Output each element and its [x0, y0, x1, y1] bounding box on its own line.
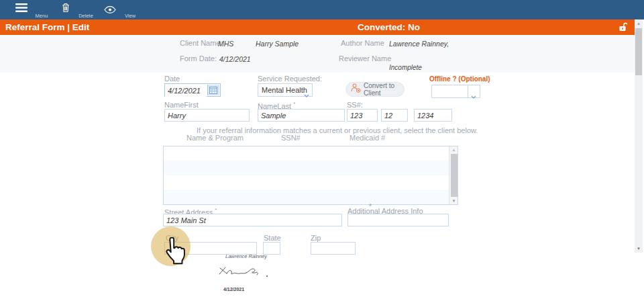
column-header-name-program: Name & Program [186, 134, 244, 142]
convert-to-client-label: Convert to Client [364, 82, 404, 97]
zip-input[interactable] [311, 242, 356, 255]
service-requested-value: Mental Health [262, 86, 307, 94]
referral-form-screen: Menu Delete View Referral Form [0, 0, 644, 297]
menu-button[interactable]: Menu [1, 0, 42, 19]
author-name-label: Author Name [341, 39, 384, 47]
street-address-input[interactable] [163, 214, 342, 226]
delete-button[interactable]: Delete [46, 0, 86, 19]
city-label: City [166, 234, 178, 242]
ssn-label: SS#: [347, 101, 363, 109]
additional-address-input[interactable] [347, 214, 449, 226]
chevron-down-icon [304, 89, 309, 101]
page-scrollbar[interactable]: ▲ ▼ [635, 19, 643, 253]
view-label: View [110, 13, 150, 19]
author-name-value: Lawrence Rainney, [389, 40, 449, 48]
form-header-band: Client Name: MHS Harry Sample Author Nam… [0, 35, 635, 73]
form-date-value: 4/12/2021 [219, 55, 251, 63]
listbox-scroll-down-icon[interactable]: ▼ [449, 199, 458, 203]
client-name-label: Client Name: [180, 39, 223, 47]
view-button[interactable]: View [90, 0, 130, 19]
person-add-icon [351, 83, 361, 95]
date-label: Date [164, 75, 180, 83]
signature-date: 4/12/2021 [223, 287, 244, 292]
ssn-part2-input[interactable] [381, 109, 408, 122]
name-last-input[interactable] [258, 109, 345, 122]
name-first-label: NameFirst [164, 101, 199, 109]
ssn-part1-input[interactable] [347, 109, 378, 122]
state-label: State [264, 234, 281, 242]
offline-optional-label: Offline ? (Optional) [429, 75, 490, 83]
listbox-scrollbar[interactable]: ▲ ▼ [449, 146, 458, 204]
signature-scribble [216, 264, 272, 283]
scroll-down-icon[interactable]: ▼ [635, 247, 643, 251]
page-scrollbar-thumb[interactable] [635, 28, 642, 75]
client-name-value: Harry Sample [256, 40, 299, 48]
signature-name: Lawrence Rainney [225, 253, 267, 259]
date-input[interactable] [165, 85, 207, 97]
calendar-icon[interactable] [207, 85, 219, 95]
form-title-bar: Referral Form | Edit Converted: No [0, 19, 635, 35]
required-asterisk: * [215, 207, 217, 213]
scroll-up-icon[interactable]: ▲ [635, 22, 643, 26]
unlock-icon[interactable] [619, 22, 627, 34]
chevron-down-icon [471, 90, 476, 102]
column-header-medicaid: Medicaid # [350, 134, 385, 142]
zip-label: Zip [311, 234, 321, 242]
service-requested-select[interactable]: Mental Health [258, 83, 313, 97]
client-program-value: MHS [218, 40, 233, 48]
name-first-input[interactable] [164, 109, 250, 122]
form-date-label: Form Date: [180, 54, 217, 62]
required-asterisk: * [293, 101, 295, 107]
top-toolbar: Menu Delete View [0, 0, 644, 19]
offline-select[interactable] [431, 85, 480, 98]
convert-to-client-button[interactable]: Convert to Client [345, 82, 405, 97]
status-incomplete: Incomplete [389, 64, 422, 71]
service-requested-label: Service Requested: [258, 75, 322, 83]
column-header-ssn: SSN# [281, 134, 301, 142]
listbox-scroll-up-icon[interactable]: ▲ [449, 148, 458, 152]
reviewer-name-label: Reviewer Name [339, 54, 391, 62]
listbox-scrollbar-thumb[interactable] [451, 154, 458, 197]
date-field-wrap [164, 83, 221, 97]
ssn-part3-input[interactable] [414, 109, 452, 122]
converted-status: Converted: No [358, 19, 420, 35]
client-match-listbox[interactable]: ▲ ▼ [163, 146, 458, 205]
page-title: Referral Form | Edit [5, 19, 89, 35]
